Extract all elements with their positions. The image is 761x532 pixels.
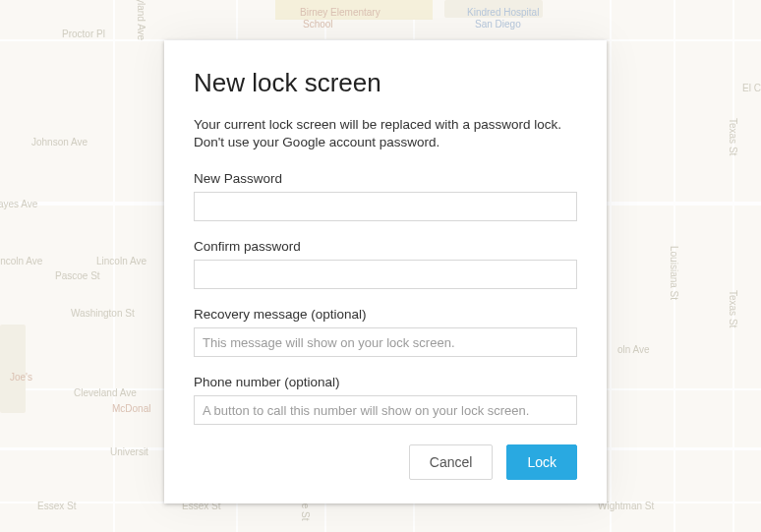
- new-password-label: New Password: [194, 171, 577, 186]
- dialog-description: Your current lock screen will be replace…: [194, 116, 577, 151]
- phone-number-input[interactable]: [194, 395, 577, 425]
- phone-number-label: Phone number (optional): [194, 375, 577, 389]
- dialog-title: New lock screen: [194, 68, 577, 98]
- confirm-password-label: Confirm password: [194, 239, 577, 254]
- lock-button[interactable]: Lock: [506, 444, 577, 480]
- recovery-message-field: Recovery message (optional): [194, 307, 577, 357]
- new-password-input[interactable]: [194, 192, 577, 221]
- recovery-message-label: Recovery message (optional): [194, 307, 577, 322]
- lock-screen-dialog: New lock screen Your current lock screen…: [164, 40, 607, 503]
- confirm-password-field: Confirm password: [194, 239, 577, 289]
- dialog-actions: Cancel Lock: [194, 444, 577, 480]
- new-password-field: New Password: [194, 171, 577, 221]
- cancel-button[interactable]: Cancel: [409, 444, 494, 480]
- phone-number-field: Phone number (optional): [194, 375, 577, 425]
- recovery-message-input[interactable]: [194, 327, 577, 357]
- confirm-password-input[interactable]: [194, 260, 577, 289]
